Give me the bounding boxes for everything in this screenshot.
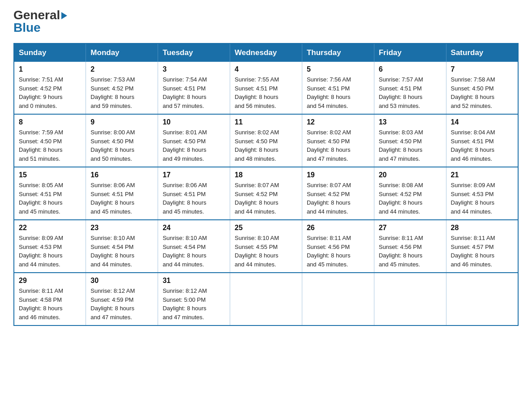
- day-number: 11: [235, 118, 297, 126]
- day-number: 20: [379, 171, 442, 179]
- calendar-cell: 13 Sunrise: 8:03 AMSunset: 4:50 PMDaylig…: [374, 114, 446, 167]
- calendar-cell: [374, 273, 446, 325]
- header-friday: Friday: [374, 43, 446, 62]
- calendar-cell: 18 Sunrise: 8:07 AMSunset: 4:52 PMDaylig…: [230, 167, 302, 220]
- calendar-cell: 19 Sunrise: 8:07 AMSunset: 4:52 PMDaylig…: [302, 167, 374, 220]
- day-info: Sunrise: 7:56 AMSunset: 4:51 PMDaylight:…: [307, 76, 351, 109]
- calendar-cell: 8 Sunrise: 7:59 AMSunset: 4:50 PMDayligh…: [14, 114, 86, 167]
- day-info: Sunrise: 8:11 AMSunset: 4:57 PMDaylight:…: [451, 235, 495, 268]
- day-number: 22: [19, 224, 81, 232]
- logo-triangle-icon: [61, 12, 67, 19]
- header-sunday: Sunday: [14, 43, 86, 62]
- day-number: 12: [307, 118, 369, 126]
- calendar-week-row: 8 Sunrise: 7:59 AMSunset: 4:50 PMDayligh…: [14, 114, 518, 167]
- calendar-cell: 30 Sunrise: 8:12 AMSunset: 4:59 PMDaylig…: [86, 273, 158, 325]
- header-saturday: Saturday: [446, 43, 518, 62]
- day-number: 17: [163, 171, 225, 179]
- calendar-week-row: 29 Sunrise: 8:11 AMSunset: 4:58 PMDaylig…: [14, 273, 518, 325]
- day-info: Sunrise: 8:05 AMSunset: 4:51 PMDaylight:…: [19, 182, 63, 215]
- day-number: 16: [90, 171, 153, 179]
- day-number: 26: [307, 224, 369, 232]
- calendar-cell: 16 Sunrise: 8:06 AMSunset: 4:51 PMDaylig…: [86, 167, 158, 220]
- calendar-cell: 25 Sunrise: 8:10 AMSunset: 4:55 PMDaylig…: [230, 220, 302, 273]
- day-info: Sunrise: 8:07 AMSunset: 4:52 PMDaylight:…: [307, 182, 351, 215]
- day-number: 9: [90, 118, 153, 126]
- day-info: Sunrise: 8:00 AMSunset: 4:50 PMDaylight:…: [90, 129, 135, 162]
- calendar-cell: 23 Sunrise: 8:10 AMSunset: 4:54 PMDaylig…: [86, 220, 158, 273]
- day-info: Sunrise: 8:06 AMSunset: 4:51 PMDaylight:…: [163, 182, 207, 215]
- day-number: 21: [451, 171, 513, 179]
- day-info: Sunrise: 8:10 AMSunset: 4:54 PMDaylight:…: [163, 235, 207, 268]
- day-number: 7: [451, 65, 513, 73]
- day-info: Sunrise: 7:59 AMSunset: 4:50 PMDaylight:…: [19, 129, 63, 162]
- day-info: Sunrise: 7:57 AMSunset: 4:51 PMDaylight:…: [379, 76, 423, 109]
- day-info: Sunrise: 8:11 AMSunset: 4:58 PMDaylight:…: [19, 287, 63, 321]
- day-info: Sunrise: 7:54 AMSunset: 4:51 PMDaylight:…: [163, 76, 207, 109]
- day-number: 13: [379, 118, 442, 126]
- day-number: 4: [235, 65, 297, 73]
- calendar-cell: 27 Sunrise: 8:11 AMSunset: 4:56 PMDaylig…: [374, 220, 446, 273]
- logo-general-text: General: [13, 9, 60, 21]
- day-info: Sunrise: 8:02 AMSunset: 4:50 PMDaylight:…: [307, 129, 351, 162]
- calendar-cell: 6 Sunrise: 7:57 AMSunset: 4:51 PMDayligh…: [374, 62, 446, 114]
- day-number: 1: [19, 65, 81, 73]
- day-info: Sunrise: 8:01 AMSunset: 4:50 PMDaylight:…: [163, 129, 207, 162]
- day-number: 28: [451, 224, 513, 232]
- day-info: Sunrise: 8:07 AMSunset: 4:52 PMDaylight:…: [235, 182, 279, 215]
- logo: General Blue: [13, 9, 67, 34]
- calendar-cell: 10 Sunrise: 8:01 AMSunset: 4:50 PMDaylig…: [158, 114, 230, 167]
- day-number: 27: [379, 224, 442, 232]
- calendar-cell: 14 Sunrise: 8:04 AMSunset: 4:51 PMDaylig…: [446, 114, 518, 167]
- day-info: Sunrise: 8:02 AMSunset: 4:50 PMDaylight:…: [235, 129, 279, 162]
- day-number: 3: [163, 65, 225, 73]
- day-info: Sunrise: 8:10 AMSunset: 4:54 PMDaylight:…: [90, 235, 135, 268]
- day-info: Sunrise: 8:03 AMSunset: 4:50 PMDaylight:…: [379, 129, 423, 162]
- calendar-cell: 31 Sunrise: 8:12 AMSunset: 5:00 PMDaylig…: [158, 273, 230, 325]
- day-number: 31: [163, 277, 225, 285]
- calendar-cell: [302, 273, 374, 325]
- calendar-cell: [230, 273, 302, 325]
- day-info: Sunrise: 8:04 AMSunset: 4:51 PMDaylight:…: [451, 129, 495, 162]
- day-info: Sunrise: 7:55 AMSunset: 4:51 PMDaylight:…: [235, 76, 279, 109]
- day-number: 18: [235, 171, 297, 179]
- day-number: 29: [19, 277, 81, 285]
- day-info: Sunrise: 8:10 AMSunset: 4:55 PMDaylight:…: [235, 235, 279, 268]
- day-number: 6: [379, 65, 442, 73]
- day-info: Sunrise: 8:08 AMSunset: 4:52 PMDaylight:…: [379, 182, 423, 215]
- day-number: 10: [163, 118, 225, 126]
- day-info: Sunrise: 8:12 AMSunset: 4:59 PMDaylight:…: [90, 287, 135, 321]
- header-monday: Monday: [86, 43, 158, 62]
- day-info: Sunrise: 8:11 AMSunset: 4:56 PMDaylight:…: [307, 235, 351, 268]
- calendar-cell: 2 Sunrise: 7:53 AMSunset: 4:52 PMDayligh…: [86, 62, 158, 114]
- calendar-cell: 22 Sunrise: 8:09 AMSunset: 4:53 PMDaylig…: [14, 220, 86, 273]
- header-thursday: Thursday: [302, 43, 374, 62]
- calendar-cell: 21 Sunrise: 8:09 AMSunset: 4:53 PMDaylig…: [446, 167, 518, 220]
- calendar-cell: 5 Sunrise: 7:56 AMSunset: 4:51 PMDayligh…: [302, 62, 374, 114]
- header-tuesday: Tuesday: [158, 43, 230, 62]
- day-number: 25: [235, 224, 297, 232]
- day-info: Sunrise: 8:06 AMSunset: 4:51 PMDaylight:…: [90, 182, 135, 215]
- calendar-week-row: 22 Sunrise: 8:09 AMSunset: 4:53 PMDaylig…: [14, 220, 518, 273]
- day-number: 15: [19, 171, 81, 179]
- day-number: 5: [307, 65, 369, 73]
- calendar-cell: 9 Sunrise: 8:00 AMSunset: 4:50 PMDayligh…: [86, 114, 158, 167]
- logo-blue-text: Blue: [13, 21, 41, 34]
- calendar-cell: 29 Sunrise: 8:11 AMSunset: 4:58 PMDaylig…: [14, 273, 86, 325]
- day-info: Sunrise: 8:12 AMSunset: 5:00 PMDaylight:…: [163, 287, 207, 321]
- calendar-header-row: SundayMondayTuesdayWednesdayThursdayFrid…: [14, 43, 518, 62]
- calendar-cell: [446, 273, 518, 325]
- calendar-cell: 24 Sunrise: 8:10 AMSunset: 4:54 PMDaylig…: [158, 220, 230, 273]
- calendar-week-row: 15 Sunrise: 8:05 AMSunset: 4:51 PMDaylig…: [14, 167, 518, 220]
- day-number: 8: [19, 118, 81, 126]
- calendar-cell: 26 Sunrise: 8:11 AMSunset: 4:56 PMDaylig…: [302, 220, 374, 273]
- calendar-cell: 15 Sunrise: 8:05 AMSunset: 4:51 PMDaylig…: [14, 167, 86, 220]
- calendar-cell: 4 Sunrise: 7:55 AMSunset: 4:51 PMDayligh…: [230, 62, 302, 114]
- day-info: Sunrise: 7:51 AMSunset: 4:52 PMDaylight:…: [19, 76, 63, 109]
- day-info: Sunrise: 8:09 AMSunset: 4:53 PMDaylight:…: [19, 235, 63, 268]
- day-number: 19: [307, 171, 369, 179]
- calendar-cell: 20 Sunrise: 8:08 AMSunset: 4:52 PMDaylig…: [374, 167, 446, 220]
- calendar-table: SundayMondayTuesdayWednesdayThursdayFrid…: [13, 43, 519, 326]
- calendar-week-row: 1 Sunrise: 7:51 AMSunset: 4:52 PMDayligh…: [14, 62, 518, 114]
- calendar-cell: 28 Sunrise: 8:11 AMSunset: 4:57 PMDaylig…: [446, 220, 518, 273]
- calendar-cell: 11 Sunrise: 8:02 AMSunset: 4:50 PMDaylig…: [230, 114, 302, 167]
